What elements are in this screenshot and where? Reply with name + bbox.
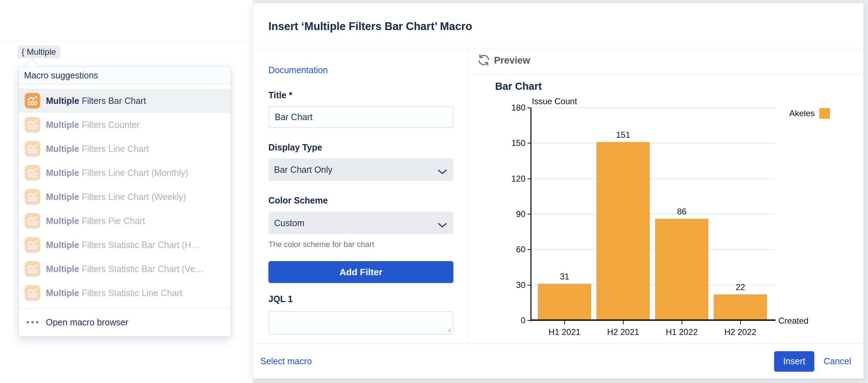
display-type-select[interactable]: Bar Chart Only (268, 158, 453, 181)
suggestion-multiple-filters-bar-chart[interactable]: Multiple Filters Bar Chart (19, 89, 231, 113)
suggestion-label: Multiple Filters Line Chart (Monthly) (46, 168, 188, 178)
macro-autocomplete-chip[interactable]: { Multiple (17, 46, 60, 58)
y-tick-label: 120 (492, 174, 525, 184)
bar-value-label: 31 (538, 272, 591, 282)
add-filter-button[interactable]: Add Filter (268, 261, 453, 283)
chevron-down-icon (438, 167, 447, 177)
suggestion-label: Multiple Filters Line Chart (Weekly) (46, 192, 186, 202)
statistic-line-chart-macro-icon (25, 285, 40, 301)
chart-gridline (531, 107, 775, 108)
jql-label: JQL 1 (268, 294, 293, 304)
legend-series-label: Akeles (789, 108, 815, 118)
chart-legend: Akeles (789, 108, 830, 119)
x-tick-label: H1 2021 (531, 327, 598, 337)
y-tick-label: 0 (492, 316, 525, 325)
line-chart-macro-icon (25, 141, 40, 157)
x-axis-line (530, 319, 775, 321)
chart-heading: Bar Chart (495, 81, 542, 92)
line-chart-monthly-macro-icon (25, 165, 40, 181)
ellipsis-icon (25, 320, 40, 324)
line-chart-weekly-macro-icon (25, 189, 40, 205)
y-tick-mark (528, 178, 531, 179)
x-axis-title: Created (778, 316, 808, 326)
x-tick-label: H1 2022 (648, 327, 715, 337)
suggestion-multiple-filters-line-chart-monthly[interactable]: Multiple Filters Line Chart (Monthly) (19, 161, 231, 185)
insert-button[interactable]: Insert (774, 351, 815, 372)
x-tick-mark (623, 321, 624, 324)
suggestion-multiple-filters-statistic-bar-chart-ve[interactable]: Multiple Filters Statistic Bar Chart (Ve… (19, 257, 231, 281)
macro-suggestions-list: Multiple Filters Bar Chart Multiple Filt… (19, 84, 231, 305)
suggestion-multiple-filters-pie-chart[interactable]: Multiple Filters Pie Chart (19, 209, 231, 233)
y-tick-label: 180 (492, 103, 525, 113)
display-type-value: Bar Chart Only (274, 165, 332, 175)
suggestion-label: Multiple Filters Statistic Bar Chart (H… (46, 240, 200, 250)
chart-bar (538, 284, 591, 320)
suggestion-label: Multiple Filters Pie Chart (46, 216, 145, 226)
suggestion-label: Multiple Filters Statistic Line Chart (46, 288, 182, 298)
y-tick-mark (528, 214, 531, 214)
y-tick-mark (528, 107, 531, 108)
chart-bar (596, 142, 650, 320)
y-tick-label: 90 (492, 209, 525, 219)
documentation-link[interactable]: Documentation (268, 65, 328, 75)
bar-value-label: 86 (655, 207, 708, 217)
suggestion-label: Multiple Filters Line Chart (46, 144, 149, 154)
resize-handle[interactable] (446, 327, 451, 334)
color-scheme-select[interactable]: Custom (268, 212, 453, 234)
refresh-icon[interactable] (477, 53, 491, 68)
bar-value-label: 22 (714, 282, 767, 292)
y-tick-label: 150 (492, 138, 525, 148)
chart-gridline (531, 178, 775, 179)
pie-chart-macro-icon (25, 213, 40, 229)
suggestion-label: Multiple Filters Bar Chart (46, 96, 146, 106)
chart-gridline (531, 214, 775, 214)
y-tick-label: 30 (492, 280, 525, 290)
screen: { Multiple Macro suggestions Multiple Fi… (0, 0, 868, 383)
select-macro-link[interactable]: Select macro (260, 356, 312, 366)
color-scheme-label: Color Scheme (268, 195, 328, 206)
suggestion-multiple-filters-statistic-line-chart[interactable]: Multiple Filters Statistic Line Chart (19, 281, 231, 305)
y-axis-title: Issue Count (532, 96, 577, 106)
chart-gridline (531, 249, 775, 250)
legend-color-swatch (819, 108, 830, 119)
y-tick-mark (528, 285, 531, 285)
y-tick-mark (528, 143, 531, 143)
cancel-link[interactable]: Cancel (824, 356, 851, 366)
statistic-bar-chart-macro-icon (25, 237, 40, 253)
chart-bar (714, 294, 767, 320)
open-macro-browser[interactable]: Open macro browser (19, 308, 231, 336)
y-tick-mark (528, 249, 531, 250)
insert-macro-dialog: Insert ‘Multiple Filters Bar Chart’ Macr… (253, 3, 864, 379)
bar-value-label: 151 (596, 130, 650, 140)
display-type-label: Display Type (268, 142, 322, 153)
y-axis-line (530, 108, 531, 321)
x-tick-mark (682, 321, 682, 324)
dialog-header-border (253, 48, 863, 48)
y-tick-mark (528, 320, 531, 321)
suggestion-multiple-filters-line-chart[interactable]: Multiple Filters Line Chart (19, 137, 231, 161)
chart-bar (655, 219, 708, 320)
x-tick-mark (740, 321, 741, 324)
suggestion-multiple-filters-counter[interactable]: Multiple Filters Counter (19, 113, 231, 137)
dialog-footer: Select macro Insert Cancel (253, 344, 863, 379)
suggestion-multiple-filters-line-chart-weekly[interactable]: Multiple Filters Line Chart (Weekly) (19, 185, 231, 209)
preview-header-label: Preview (494, 55, 530, 66)
jql-textarea[interactable] (268, 311, 453, 335)
x-tick-label: H2 2021 (589, 327, 657, 337)
suggestion-label: Multiple Filters Counter (46, 120, 139, 130)
statistic-bar-chart-macro-icon (25, 261, 40, 277)
chart-gridline (531, 143, 775, 143)
suggestion-multiple-filters-statistic-bar-chart-h[interactable]: Multiple Filters Statistic Bar Chart (H… (19, 233, 231, 257)
counter-macro-icon (25, 117, 40, 132)
color-scheme-help: The color scheme for bar chart (268, 240, 374, 249)
form-preview-divider (469, 48, 469, 343)
color-scheme-value: Custom (274, 218, 304, 228)
chart-plot: Issue Count Created 030609012015018031H1… (531, 108, 775, 320)
editor-toolbar-border (0, 42, 253, 42)
x-tick-mark (564, 321, 565, 324)
suggestion-label: Multiple Filters Statistic Bar Chart (Ve… (46, 264, 204, 274)
preview-header-border (469, 74, 864, 75)
title-input[interactable] (268, 106, 453, 128)
macro-suggestions-header: Macro suggestions (19, 66, 231, 84)
open-macro-browser-label: Open macro browser (46, 317, 128, 328)
